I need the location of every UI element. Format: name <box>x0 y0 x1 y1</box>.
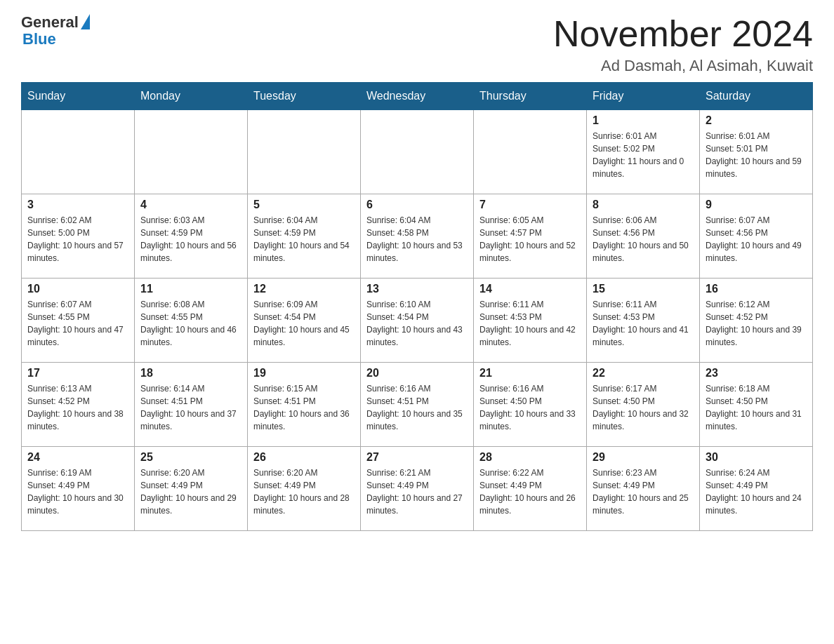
day-info: Sunrise: 6:21 AMSunset: 4:49 PMDaylight:… <box>366 467 468 517</box>
day-info: Sunrise: 6:17 AMSunset: 4:50 PMDaylight:… <box>593 382 694 433</box>
day-info: Sunrise: 6:14 AMSunset: 4:51 PMDaylight:… <box>140 382 241 433</box>
calendar-title: November 2024 <box>553 14 813 54</box>
weekday-header-thursday: Thursday <box>474 83 587 110</box>
day-info: Sunrise: 6:20 AMSunset: 4:49 PMDaylight:… <box>253 467 355 517</box>
calendar-cell: 2Sunrise: 6:01 AMSunset: 5:01 PMDaylight… <box>700 110 813 194</box>
calendar-cell: 20Sunrise: 6:16 AMSunset: 4:51 PMDayligh… <box>361 363 474 447</box>
day-number: 14 <box>479 283 581 295</box>
day-number: 26 <box>253 451 355 464</box>
day-number: 27 <box>366 451 468 464</box>
calendar-cell: 11Sunrise: 6:08 AMSunset: 4:55 PMDayligh… <box>135 279 248 363</box>
calendar-subtitle: Ad Dasmah, Al Asimah, Kuwait <box>553 57 813 75</box>
day-info: Sunrise: 6:04 AMSunset: 4:59 PMDaylight:… <box>253 214 355 264</box>
day-number: 9 <box>706 199 807 211</box>
day-info: Sunrise: 6:13 AMSunset: 4:52 PMDaylight:… <box>27 382 128 433</box>
title-area: November 2024 Ad Dasmah, Al Asimah, Kuwa… <box>553 14 813 75</box>
calendar-cell <box>361 110 474 194</box>
day-number: 17 <box>27 367 128 380</box>
calendar-week-1: 1Sunrise: 6:01 AMSunset: 5:02 PMDaylight… <box>22 110 813 194</box>
calendar-cell <box>22 110 135 194</box>
day-number: 13 <box>366 283 468 295</box>
day-info: Sunrise: 6:09 AMSunset: 4:54 PMDaylight:… <box>253 298 355 349</box>
day-number: 24 <box>27 451 128 464</box>
day-info: Sunrise: 6:07 AMSunset: 4:56 PMDaylight:… <box>706 214 807 264</box>
calendar-cell: 22Sunrise: 6:17 AMSunset: 4:50 PMDayligh… <box>587 363 700 447</box>
day-number: 8 <box>593 199 694 211</box>
day-info: Sunrise: 6:01 AMSunset: 5:01 PMDaylight:… <box>706 130 807 180</box>
calendar-cell: 4Sunrise: 6:03 AMSunset: 4:59 PMDaylight… <box>135 194 248 279</box>
calendar-week-4: 17Sunrise: 6:13 AMSunset: 4:52 PMDayligh… <box>22 363 813 447</box>
day-info: Sunrise: 6:02 AMSunset: 5:00 PMDaylight:… <box>27 214 128 264</box>
calendar-cell: 17Sunrise: 6:13 AMSunset: 4:52 PMDayligh… <box>22 363 135 447</box>
day-info: Sunrise: 6:10 AMSunset: 4:54 PMDaylight:… <box>366 298 468 349</box>
logo-blue: Blue <box>21 30 56 48</box>
calendar-cell: 3Sunrise: 6:02 AMSunset: 5:00 PMDaylight… <box>22 194 135 279</box>
calendar-cell <box>248 110 361 194</box>
day-number: 23 <box>706 367 807 380</box>
weekday-header-tuesday: Tuesday <box>248 83 361 110</box>
day-number: 3 <box>27 199 128 211</box>
day-info: Sunrise: 6:11 AMSunset: 4:53 PMDaylight:… <box>593 298 694 349</box>
logo-text: General Blue <box>21 14 90 48</box>
day-info: Sunrise: 6:19 AMSunset: 4:49 PMDaylight:… <box>27 467 128 517</box>
day-info: Sunrise: 6:08 AMSunset: 4:55 PMDaylight:… <box>140 298 241 349</box>
calendar-header: SundayMondayTuesdayWednesdayThursdayFrid… <box>22 83 813 110</box>
day-info: Sunrise: 6:07 AMSunset: 4:55 PMDaylight:… <box>27 298 128 349</box>
calendar-cell: 12Sunrise: 6:09 AMSunset: 4:54 PMDayligh… <box>248 279 361 363</box>
day-number: 28 <box>479 451 581 464</box>
calendar-cell: 15Sunrise: 6:11 AMSunset: 4:53 PMDayligh… <box>587 279 700 363</box>
day-number: 21 <box>479 367 581 380</box>
weekday-header-row: SundayMondayTuesdayWednesdayThursdayFrid… <box>22 83 813 110</box>
calendar-cell: 16Sunrise: 6:12 AMSunset: 4:52 PMDayligh… <box>700 279 813 363</box>
day-info: Sunrise: 6:16 AMSunset: 4:50 PMDaylight:… <box>479 382 581 433</box>
calendar-cell: 18Sunrise: 6:14 AMSunset: 4:51 PMDayligh… <box>135 363 248 447</box>
weekday-header-friday: Friday <box>587 83 700 110</box>
day-info: Sunrise: 6:04 AMSunset: 4:58 PMDaylight:… <box>366 214 468 264</box>
header: General Blue November 2024 Ad Dasmah, Al… <box>21 14 813 75</box>
day-number: 2 <box>706 114 807 127</box>
calendar-cell: 8Sunrise: 6:06 AMSunset: 4:56 PMDaylight… <box>587 194 700 279</box>
calendar-cell: 5Sunrise: 6:04 AMSunset: 4:59 PMDaylight… <box>248 194 361 279</box>
calendar-cell <box>474 110 587 194</box>
logo: General Blue <box>21 14 90 48</box>
calendar-cell: 6Sunrise: 6:04 AMSunset: 4:58 PMDaylight… <box>361 194 474 279</box>
calendar-body: 1Sunrise: 6:01 AMSunset: 5:02 PMDaylight… <box>22 110 813 531</box>
calendar-table: SundayMondayTuesdayWednesdayThursdayFrid… <box>21 82 813 531</box>
day-number: 16 <box>706 283 807 295</box>
calendar-week-3: 10Sunrise: 6:07 AMSunset: 4:55 PMDayligh… <box>22 279 813 363</box>
day-info: Sunrise: 6:05 AMSunset: 4:57 PMDaylight:… <box>479 214 581 264</box>
calendar-cell: 27Sunrise: 6:21 AMSunset: 4:49 PMDayligh… <box>361 447 474 531</box>
day-info: Sunrise: 6:01 AMSunset: 5:02 PMDaylight:… <box>593 130 694 180</box>
day-info: Sunrise: 6:03 AMSunset: 4:59 PMDaylight:… <box>140 214 241 264</box>
day-info: Sunrise: 6:15 AMSunset: 4:51 PMDaylight:… <box>253 382 355 433</box>
calendar-cell: 26Sunrise: 6:20 AMSunset: 4:49 PMDayligh… <box>248 447 361 531</box>
day-info: Sunrise: 6:18 AMSunset: 4:50 PMDaylight:… <box>706 382 807 433</box>
day-info: Sunrise: 6:23 AMSunset: 4:49 PMDaylight:… <box>593 467 694 517</box>
day-info: Sunrise: 6:20 AMSunset: 4:49 PMDaylight:… <box>140 467 241 517</box>
calendar-cell: 29Sunrise: 6:23 AMSunset: 4:49 PMDayligh… <box>587 447 700 531</box>
day-number: 1 <box>593 114 694 127</box>
day-number: 4 <box>140 199 241 211</box>
calendar-cell: 21Sunrise: 6:16 AMSunset: 4:50 PMDayligh… <box>474 363 587 447</box>
day-number: 12 <box>253 283 355 295</box>
calendar-cell: 13Sunrise: 6:10 AMSunset: 4:54 PMDayligh… <box>361 279 474 363</box>
calendar-week-2: 3Sunrise: 6:02 AMSunset: 5:00 PMDaylight… <box>22 194 813 279</box>
day-number: 25 <box>140 451 241 464</box>
calendar-cell: 7Sunrise: 6:05 AMSunset: 4:57 PMDaylight… <box>474 194 587 279</box>
day-number: 6 <box>366 199 468 211</box>
day-number: 5 <box>253 199 355 211</box>
calendar-cell: 9Sunrise: 6:07 AMSunset: 4:56 PMDaylight… <box>700 194 813 279</box>
logo-triangle-icon <box>81 14 90 29</box>
calendar-cell: 10Sunrise: 6:07 AMSunset: 4:55 PMDayligh… <box>22 279 135 363</box>
logo-general: General <box>21 13 79 31</box>
weekday-header-monday: Monday <box>135 83 248 110</box>
calendar-cell: 1Sunrise: 6:01 AMSunset: 5:02 PMDaylight… <box>587 110 700 194</box>
day-number: 22 <box>593 367 694 380</box>
day-number: 19 <box>253 367 355 380</box>
day-info: Sunrise: 6:16 AMSunset: 4:51 PMDaylight:… <box>366 382 468 433</box>
weekday-header-saturday: Saturday <box>700 83 813 110</box>
day-number: 29 <box>593 451 694 464</box>
day-info: Sunrise: 6:06 AMSunset: 4:56 PMDaylight:… <box>593 214 694 264</box>
weekday-header-sunday: Sunday <box>22 83 135 110</box>
day-info: Sunrise: 6:12 AMSunset: 4:52 PMDaylight:… <box>706 298 807 349</box>
